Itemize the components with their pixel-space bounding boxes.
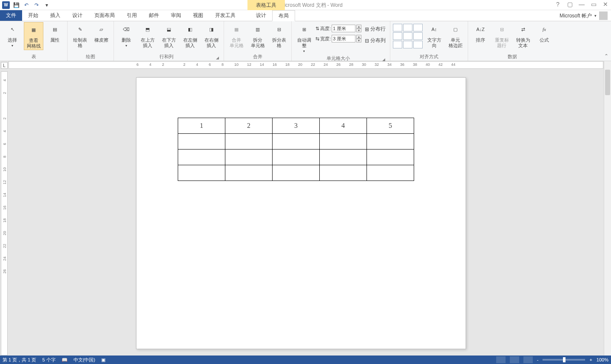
help-button[interactable]: ? [554,1,562,8]
split-cells-button[interactable]: ▥拆分 单元格 [248,22,267,49]
tab-references[interactable]: 引用 [121,10,143,21]
align-bl[interactable] [393,41,402,48]
autofit-button[interactable]: ⊞自动调整▾ [294,22,314,54]
tab-selector[interactable]: L [1,62,8,69]
select-button[interactable]: ↖选择▾ [3,22,22,49]
align-ml[interactable] [393,32,402,40]
qat-customize-icon[interactable]: ▾ [43,1,51,9]
table-cell[interactable] [367,165,414,181]
table-cell[interactable] [178,150,225,165]
insert-right-button[interactable]: ◨在右侧插入 [202,22,221,49]
align-tc[interactable] [403,24,412,31]
distribute-rows-button[interactable]: ⊞分布行 [363,25,387,34]
table-cell[interactable] [273,150,320,165]
table-cell[interactable]: 3 [273,118,320,134]
tab-table-layout[interactable]: 布局 [272,10,295,21]
delete-button[interactable]: ⌫删除▾ [117,22,136,49]
view-read-button[interactable] [496,356,506,363]
zoom-out-button[interactable]: - [537,357,539,362]
table-cell[interactable]: 4 [320,118,367,134]
tab-page-layout[interactable]: 页面布局 [88,10,121,21]
table-cell[interactable] [178,134,225,150]
table-cell[interactable] [367,150,414,165]
table-cell[interactable] [225,134,273,150]
align-mr[interactable] [413,32,423,40]
sort-button[interactable]: A↓Z排序 [471,22,490,44]
table-cell[interactable] [273,134,320,150]
document-area[interactable]: 12345 [9,71,603,356]
maximize-button[interactable]: ▭ [590,1,597,8]
distribute-cols-button[interactable]: ⊟分布列 [363,36,387,45]
table-cell[interactable] [320,165,367,181]
insert-below-button[interactable]: ⬓在下方插入 [159,22,179,49]
tab-insert[interactable]: 插入 [44,10,66,21]
tab-review[interactable]: 审阅 [165,10,187,21]
width-spinner[interactable]: ▲▼ [356,35,361,42]
account-area[interactable]: Microsoft 帐户 ▾ [560,11,608,20]
save-icon[interactable]: 💾 [12,1,20,9]
table-cell[interactable] [367,134,414,150]
status-macro-icon[interactable]: ▣ [101,357,105,363]
tab-home[interactable]: 开始 [22,10,44,21]
align-bc[interactable] [403,41,412,48]
formula-button[interactable]: fx公式 [534,22,554,44]
properties-button[interactable]: ▤属性 [45,22,65,44]
tab-view[interactable]: 视图 [187,10,209,21]
zoom-in-button[interactable]: + [589,357,592,362]
insert-above-button[interactable]: ⬒在上方插入 [138,22,157,49]
tab-design[interactable]: 设计 [66,10,88,21]
align-tr[interactable] [413,24,423,31]
collapse-ribbon-icon[interactable]: ⌃ [604,53,608,59]
view-gridlines-button[interactable]: ▦查看 网格线 [24,22,43,50]
status-language[interactable]: 中文(中国) [74,357,95,363]
redo-icon[interactable]: ↷ [32,1,41,9]
table-cell[interactable]: 1 [178,118,225,134]
zoom-level[interactable]: 100% [597,357,608,362]
table-cell[interactable]: 2 [225,118,273,134]
cell-margins-button[interactable]: ▢单元 格边距 [446,22,465,49]
table-cell[interactable] [273,165,320,181]
minimize-button[interactable]: — [578,1,585,8]
status-page[interactable]: 第 1 页，共 1 页 [3,357,36,363]
horizontal-ruler[interactable]: 6422468101214161820222426283032343638404… [9,61,603,69]
status-proof-icon[interactable]: 📖 [62,357,68,363]
height-spinner[interactable]: ▲▼ [356,25,361,32]
align-mc[interactable] [403,32,412,40]
insert-left-button[interactable]: ◧在左侧插入 [180,22,200,49]
convert-text-button[interactable]: ⇄转换为文本 [513,22,533,49]
status-words[interactable]: 5 个字 [42,357,55,363]
table-cell[interactable]: 5 [367,118,414,134]
eraser-button[interactable]: ▱橡皮擦 [91,22,111,44]
scroll-thumb[interactable] [605,70,610,95]
group-draw: ✎绘制表格 ▱橡皮擦 绘图 [68,21,114,61]
width-input[interactable]: 3 厘米 [332,35,355,42]
draw-table-button[interactable]: ✎绘制表格 [70,22,90,49]
align-tl[interactable] [393,24,402,31]
rowscols-dialog-launcher[interactable]: ◢ [216,56,220,60]
vertical-scrollbar[interactable] [604,61,611,356]
split-table-icon: ⊟ [272,23,286,37]
table-cell[interactable] [225,165,273,181]
group-table: ↖选择▾ ▦查看 网格线 ▤属性 表 [0,21,68,61]
table-cell[interactable] [178,165,225,181]
split-table-button[interactable]: ⊟拆分表格 [269,22,289,49]
text-direction-button[interactable]: A↕文字方向 [424,22,444,49]
zoom-slider[interactable] [543,359,585,361]
align-br[interactable] [413,41,423,48]
height-input[interactable]: 1 厘米 [332,25,355,32]
vertical-ruler[interactable]: 422468101214161820222426 [1,71,8,356]
table-cell[interactable] [320,134,367,150]
close-button[interactable]: ✕ [602,1,609,8]
grid-icon: ▦ [27,23,40,37]
tab-file[interactable]: 文件 [0,10,22,21]
word-table[interactable]: 12345 [178,118,414,181]
view-web-button[interactable] [523,356,533,363]
tab-table-design[interactable]: 设计 [250,10,272,21]
undo-icon[interactable]: ↶ [22,1,31,9]
table-cell[interactable] [320,150,367,165]
tab-mailings[interactable]: 邮件 [143,10,165,21]
ribbon-opts-button[interactable]: ▢ [566,1,574,8]
tab-developer[interactable]: 开发工具 [209,10,242,21]
view-print-button[interactable] [510,356,519,363]
table-cell[interactable] [225,150,273,165]
